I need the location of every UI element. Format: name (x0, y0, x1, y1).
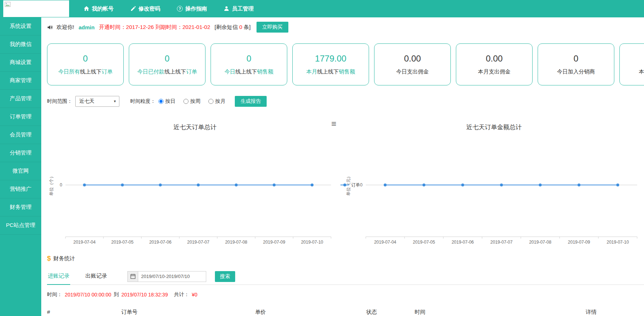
sidebar-item-finance-management[interactable]: 财务管理 (0, 198, 41, 216)
svg-text:2019-07-05: 2019-07-05 (413, 240, 435, 245)
announcement-speaker-icon (47, 24, 53, 30)
stat-label: 本月线上线下销售额 (306, 68, 355, 75)
stat-value: 0 (165, 54, 169, 64)
finance-section-title: 财务统计 (54, 255, 75, 262)
time-to-label: 到 (114, 291, 119, 298)
stat-label-part: 销售额 (257, 68, 274, 75)
nav-label: 修改密码 (139, 5, 160, 12)
stat-value: 0 (83, 54, 88, 64)
nav-label: 操作指南 (185, 5, 207, 12)
svg-text:2019-07-04: 2019-07-04 (374, 240, 397, 245)
sms-remaining: [剩余短信0条] (215, 24, 251, 31)
nav-label: 员工管理 (232, 5, 254, 12)
tab-income-records[interactable]: 进账记录 (47, 268, 70, 285)
app-root: 我的帐号 修改密码 ? 操作指南 员工管理 (0, 0, 644, 316)
nav-guide[interactable]: ? 操作指南 (177, 5, 207, 12)
svg-text:2019-07-09: 2019-07-09 (263, 240, 285, 245)
sidebar-item-my-wechat[interactable]: 我的微信 (0, 35, 41, 54)
sidebar-item-marketing[interactable]: 营销推广 (0, 180, 41, 198)
welcome-greeting: 欢迎你! (56, 24, 74, 31)
svg-text:2019-07-09: 2019-07-09 (568, 240, 590, 245)
total-label: 共计： (174, 291, 189, 298)
dollar-icon: $ (47, 254, 51, 262)
stat-card-today-paid-orders: 0 今日已付款线上线下订单 (129, 43, 206, 85)
radio-label-text: 按日 (165, 98, 175, 105)
search-button[interactable]: 搜索 (215, 271, 235, 282)
column-header-detail: 详情 (586, 309, 644, 316)
sidebar-item-distribution-management[interactable]: 分销管理 (0, 144, 41, 162)
stat-value: 0.00 (404, 54, 421, 64)
stat-card-month-distributors: 1 本月加入分销商 (619, 43, 644, 85)
welcome-bar: 欢迎你! admin 开通时间：2017-12-26 到期时间：2021-01-… (47, 17, 644, 37)
stat-card-month-commission: 0.00 本月支出佣金 (456, 43, 533, 85)
top-header: 我的帐号 修改密码 ? 操作指南 员工管理 (0, 0, 644, 17)
sidebar-item-micro-site[interactable]: 微官网 (0, 162, 41, 180)
stat-label: 今日加入分销商 (557, 68, 595, 75)
stat-card-today-distributors: 0 今日加入分销商 (538, 43, 614, 85)
nav-staff-management[interactable]: 员工管理 (224, 5, 254, 12)
account-period: 开通时间：2017-12-26 到期时间：2021-01-02 (99, 24, 210, 31)
stat-cards-row: 0 今日所有线上线下订单 0 今日已付款线上线下订单 0 今日线上线下销售额 1… (47, 43, 644, 85)
svg-text:2019-07-10: 2019-07-10 (607, 240, 629, 245)
stat-label: 今日线上线下销售额 (225, 68, 274, 75)
sidebar-item-member-management[interactable]: 会员管理 (0, 126, 41, 144)
generate-report-button[interactable]: 生成报告 (235, 96, 267, 107)
stat-value: 1779.00 (315, 54, 347, 64)
calendar-icon-button[interactable] (127, 271, 138, 282)
charts-row: 近七天订单总计 ≡ 2019-07-042019-07-052019-07-06… (47, 115, 644, 248)
date-range-input-group (127, 271, 206, 282)
radio-by-day[interactable]: 按日 (158, 98, 175, 105)
svg-text:2019-07-05: 2019-07-05 (111, 240, 134, 245)
stat-label-part: 订单 (186, 68, 197, 75)
time-end: 2019/07/10 18:32:39 (121, 292, 168, 298)
home-icon (84, 6, 89, 12)
order-amount-line-chart: 2019-07-042019-07-052019-07-062019-07-07… (344, 115, 644, 248)
sidebar-item-product-management[interactable]: 产品管理 (0, 90, 41, 108)
sidebar: 系统设置 我的微信 商城设置 商家管理 产品管理 订单管理 会员管理 分销管理 … (0, 17, 41, 316)
sidebar-item-order-management[interactable]: 订单管理 (0, 108, 41, 126)
records-table-header: # 订单号 单价 状态 时间 详情 (47, 309, 644, 316)
time-start: 2019/07/10 00:00:00 (65, 292, 111, 298)
nav-change-password[interactable]: 修改密码 (130, 5, 160, 12)
stat-label-part: 线上线下 (165, 68, 186, 75)
tab-outgoing-records[interactable]: 出账记录 (85, 268, 108, 285)
logo[interactable] (3, 0, 69, 17)
svg-text:2019-07-08: 2019-07-08 (529, 240, 551, 245)
radio-label-text: 按周 (190, 98, 200, 105)
stat-card-today-commission: 0.00 今日支出佣金 (374, 43, 451, 85)
time-summary-row: 时间： 2019/07/10 00:00:00 到 2019/07/10 18:… (47, 291, 644, 298)
radio-label-text: 按月 (215, 98, 225, 105)
time-range-value: 近七天 (79, 98, 94, 105)
radio-by-week[interactable]: 按周 (183, 98, 200, 105)
stat-card-today-sales: 0 今日线上线下销售额 (211, 43, 287, 85)
stat-label-part: 今日所有 (58, 68, 80, 75)
sidebar-item-merchant-management[interactable]: 商家管理 (0, 72, 41, 90)
stat-label: 今日所有线上线下订单 (58, 68, 113, 75)
stat-label: 本月支出佣金 (478, 68, 510, 75)
radio-by-week-input[interactable] (183, 99, 188, 104)
stat-label: 本月加入分销商 (639, 68, 644, 75)
svg-text:单位（元）: 单位（元） (346, 174, 351, 196)
radio-by-month-input[interactable] (208, 99, 213, 104)
granularity-radio-group: 按日 按周 按月 (158, 98, 225, 105)
sidebar-item-mall-settings[interactable]: 商城设置 (0, 54, 41, 72)
order-amount-chart-panel: 近七天订单金额总计 2019-07-042019-07-052019-07-06… (344, 115, 644, 248)
time-range-select[interactable]: 近七天 ▼ (75, 96, 119, 107)
nav-my-account[interactable]: 我的帐号 (84, 5, 114, 12)
radio-by-month[interactable]: 按月 (208, 98, 225, 105)
svg-text:2019-07-07: 2019-07-07 (490, 240, 513, 245)
radio-by-day-input[interactable] (158, 99, 164, 104)
column-header-status: 状态 (366, 309, 415, 316)
column-header-time: 时间 (415, 309, 586, 316)
column-header-unit-price: 单价 (255, 309, 366, 316)
date-range-input[interactable] (138, 271, 206, 282)
sidebar-item-pc-site-management[interactable]: PC站点管理 (0, 216, 41, 235)
stat-value: 0 (573, 54, 578, 64)
stat-value: 0 (246, 54, 251, 64)
svg-text:2019-07-08: 2019-07-08 (225, 240, 247, 245)
sidebar-item-system-settings[interactable]: 系统设置 (0, 17, 41, 35)
stat-label: 今日已付款线上线下订单 (137, 68, 197, 75)
calendar-icon (130, 274, 136, 279)
buy-now-button[interactable]: 立即购买 (257, 22, 288, 33)
svg-text:2019-07-06: 2019-07-06 (149, 240, 171, 245)
